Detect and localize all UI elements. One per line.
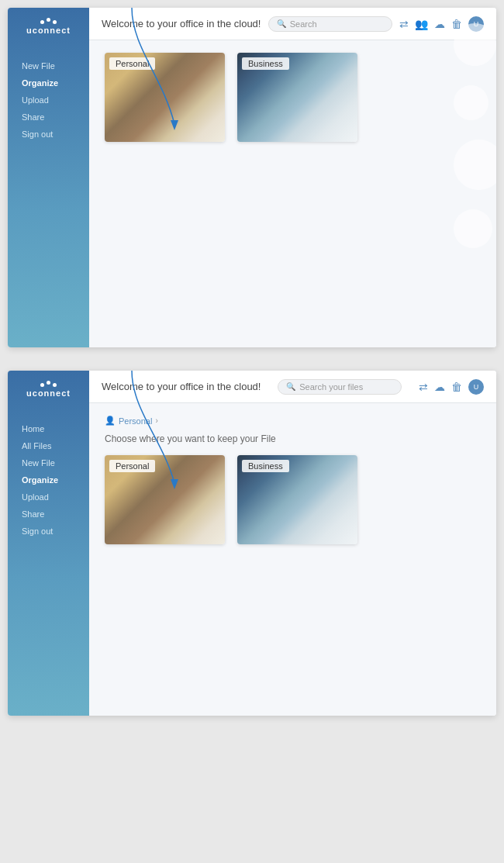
content-panel1: Personal Business bbox=[89, 40, 496, 347]
breadcrumb-icon: 👤 bbox=[105, 416, 116, 426]
search-placeholder: Search bbox=[290, 19, 317, 29]
share-icon2[interactable]: ⇄ bbox=[419, 381, 428, 393]
sidebar-panel2: uconnect Home All Files New File Organiz… bbox=[8, 371, 89, 716]
sidebar-item-newfile2[interactable]: New File bbox=[17, 455, 89, 471]
folder-label-business2: Business bbox=[242, 460, 289, 472]
main-area-panel2: Welcome to your office in the cloud! 🔍 S… bbox=[89, 371, 496, 716]
logo-dot bbox=[47, 18, 50, 22]
main-area-panel1: Welcome to your office in the cloud! 🔍 S… bbox=[89, 8, 496, 347]
folder-card-business[interactable]: Business bbox=[237, 53, 357, 142]
logo-dot bbox=[40, 20, 44, 24]
logo-text2: uconnect bbox=[26, 388, 71, 398]
breadcrumb-arrow: › bbox=[155, 416, 157, 425]
folder-grid: Personal Business bbox=[105, 53, 481, 142]
share-icon[interactable]: ⇄ bbox=[399, 18, 409, 30]
sidebar-item-allfiles[interactable]: All Files bbox=[17, 438, 89, 454]
folder-label-business: Business bbox=[242, 57, 289, 70]
sidebar-item-upload2[interactable]: Upload bbox=[17, 489, 89, 505]
folder-card-business2[interactable]: Business bbox=[237, 455, 357, 544]
header-title2: Welcome to your office in the cloud! bbox=[102, 381, 261, 392]
sidebar-item-signout[interactable]: Sign out bbox=[17, 126, 89, 142]
content-panel2: 👤 Personal › Choose where you want to ke… bbox=[89, 403, 496, 716]
people-icon[interactable]: 👥 bbox=[415, 18, 428, 30]
sidebar-item-newfile[interactable]: New File bbox=[17, 58, 89, 74]
cloud-icon2[interactable]: ☁ bbox=[434, 381, 445, 393]
folder-card-personal[interactable]: Personal bbox=[105, 53, 225, 142]
search-icon2: 🔍 bbox=[286, 382, 295, 391]
search-placeholder2: Search your files bbox=[299, 382, 363, 392]
sidebar-item-organize[interactable]: Organize bbox=[17, 75, 89, 91]
sidebar-item-share2[interactable]: Share bbox=[17, 506, 89, 522]
breadcrumb: 👤 Personal › bbox=[105, 416, 481, 426]
logo-dot bbox=[53, 383, 57, 387]
search-box[interactable]: 🔍 Search bbox=[268, 16, 392, 32]
avatar[interactable]: U bbox=[468, 16, 484, 32]
logo-dot bbox=[47, 381, 50, 385]
header-icons2: ⇄ ☁ 🗑 U bbox=[419, 379, 484, 395]
breadcrumb-text: Personal bbox=[119, 416, 152, 426]
instruction-text: Choose where you want to keep your File bbox=[105, 433, 481, 444]
search-icon: 🔍 bbox=[277, 19, 286, 28]
sidebar-item-signout2[interactable]: Sign out bbox=[17, 523, 89, 539]
trash-icon[interactable]: 🗑 bbox=[451, 18, 462, 30]
sidebar-item-organize2[interactable]: Organize bbox=[17, 472, 89, 488]
cloud-icon[interactable]: ☁ bbox=[434, 18, 445, 30]
header-icons: ⇄ 👥 ☁ 🗑 U bbox=[399, 16, 484, 32]
folder-label-personal2: Personal bbox=[109, 460, 155, 472]
logo-dot bbox=[40, 383, 44, 387]
sidebar-panel1: uconnect New File Organize Upload Share … bbox=[8, 8, 89, 347]
sidebar-nav: New File Organize Upload Share Sign out bbox=[8, 58, 89, 142]
header-panel2: Welcome to your office in the cloud! 🔍 S… bbox=[89, 371, 496, 403]
logo2: uconnect bbox=[8, 383, 89, 398]
logo-dot bbox=[53, 20, 57, 24]
folder-card-personal2[interactable]: Personal bbox=[105, 455, 225, 544]
logo-dots2 bbox=[40, 383, 57, 387]
sidebar-item-home[interactable]: Home bbox=[17, 421, 89, 437]
avatar2[interactable]: U bbox=[468, 379, 484, 395]
trash-icon2[interactable]: 🗑 bbox=[451, 381, 462, 393]
search-box2[interactable]: 🔍 Search your files bbox=[278, 379, 402, 395]
header-panel1: Welcome to your office in the cloud! 🔍 S… bbox=[89, 8, 496, 40]
sidebar-item-share[interactable]: Share bbox=[17, 109, 89, 125]
folder-grid2: Personal Business bbox=[105, 455, 481, 544]
header-title: Welcome to your office in the cloud! bbox=[102, 18, 261, 29]
logo-dots bbox=[40, 20, 57, 24]
logo: uconnect bbox=[8, 20, 89, 35]
folder-label-personal: Personal bbox=[109, 57, 155, 70]
sidebar-nav2: Home All Files New File Organize Upload … bbox=[8, 421, 89, 539]
logo-text: uconnect bbox=[26, 26, 71, 35]
sidebar-item-upload[interactable]: Upload bbox=[17, 92, 89, 108]
